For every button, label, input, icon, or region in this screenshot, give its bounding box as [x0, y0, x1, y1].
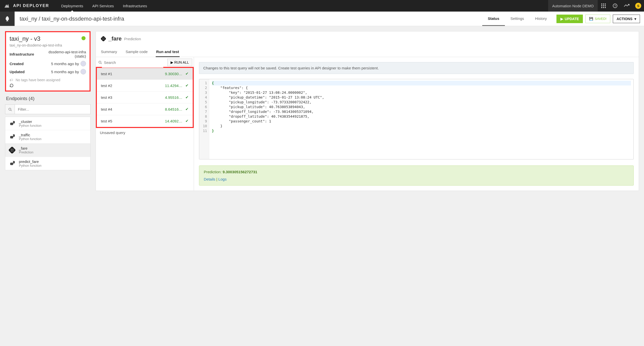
svg-rect-6 [601, 7, 602, 8]
help-icon[interactable]: ? [609, 0, 621, 12]
update-button[interactable]: ▶ UPDATE [556, 15, 583, 23]
endpoint-type: Python function [19, 137, 42, 141]
prediction-value: 9.300305156272731 [223, 170, 257, 174]
activity-icon[interactable] [621, 0, 632, 12]
svg-rect-4 [603, 5, 604, 6]
creator-avatar [80, 61, 86, 66]
test-row-3[interactable]: test #3 4.95516… ✔ [97, 92, 193, 103]
breadcrumb: taxi_ny / taxi_ny-on-dssdemo-api-test-in… [15, 12, 482, 26]
line-gutter: 1234567891011 [199, 79, 209, 159]
info-k-created: Created [10, 62, 40, 66]
sub-nav: taxi_ny / taxi_ny-on-dssdemo-api-test-in… [0, 12, 644, 26]
tag-icon: 🏷 [10, 78, 13, 82]
prediction-result: Prediction: 9.300305156272731 Details | … [199, 165, 634, 186]
svg-point-16 [13, 151, 13, 151]
test-search-input[interactable] [102, 57, 163, 68]
endpoint-item-fare[interactable]: _farePrediction [5, 144, 90, 157]
brand-title: API DEPLOYER [13, 4, 49, 8]
info-k-updated: Updated [10, 70, 40, 74]
info-v-updated: 5 months ago by [51, 70, 79, 74]
details-link[interactable]: Details [204, 177, 215, 181]
panel-tab-summary[interactable]: Summary [100, 47, 117, 57]
check-icon: ✔ [185, 83, 189, 88]
test-row-5[interactable]: test #5 14.4092… ✔ [97, 115, 193, 127]
endpoint-item-traffic[interactable]: _trafficPython function [5, 130, 90, 144]
test-value: 8.64516… [165, 107, 182, 111]
svg-point-20 [102, 39, 103, 39]
endpoint-name: _fare [19, 146, 33, 150]
svg-point-21 [104, 39, 104, 39]
svg-point-11 [9, 108, 11, 110]
rocket-icon[interactable] [0, 12, 15, 26]
svg-rect-8 [605, 7, 606, 8]
check-icon: ✔ [185, 107, 189, 111]
deployment-title: taxi_ny - v3 [10, 35, 86, 42]
node-label: Automation Node DEMO [552, 4, 594, 8]
run-all-button[interactable]: ▶ RUN ALL [167, 59, 192, 66]
endpoint-panel: _fare Prediction Summary Sample code Run… [96, 31, 639, 191]
endpoint-name: predict_fare [19, 159, 42, 164]
node-selector[interactable]: Automation Node DEMO [548, 0, 598, 12]
avatar-initial: S [635, 3, 641, 9]
test-row-2[interactable]: test #2 11.4294… ✔ [97, 80, 193, 92]
tab-settings[interactable]: Settings [505, 12, 530, 26]
test-name: test #5 [101, 119, 165, 123]
test-detail: Changes to this test query will not be s… [194, 57, 639, 191]
endpoint-panel-name: _fare [108, 35, 122, 42]
svg-rect-17 [101, 36, 106, 41]
test-name: test #2 [101, 83, 165, 88]
code-content: { "features": { "key": "2015-01-27 13:08… [209, 79, 633, 159]
search-icon [98, 61, 102, 64]
test-name: test #3 [101, 95, 165, 100]
endpoint-type: Prediction [19, 150, 33, 154]
test-value: 4.95516… [165, 95, 182, 100]
saved-label: SAVED! [595, 17, 607, 21]
logs-link[interactable]: Logs [218, 177, 227, 181]
nav-deployments[interactable]: Deployments [57, 0, 88, 12]
endpoints-heading: Endpoints (4) [5, 95, 91, 102]
svg-point-15 [11, 151, 12, 151]
deployment-info-card: taxi_ny - v3 taxi_ny-on-dssdemo-api-test… [5, 31, 91, 92]
endpoint-item-cluster[interactable]: _clusterPython function [5, 117, 90, 130]
actions-button[interactable]: ACTIONS ▾ [613, 15, 640, 23]
tab-history[interactable]: History [530, 12, 552, 26]
test-row-1[interactable]: test #1 9.30030… ✔ [97, 68, 193, 80]
test-row-4[interactable]: test #4 8.64516… ✔ [97, 103, 193, 115]
user-avatar[interactable]: S [632, 0, 644, 12]
svg-text:?: ? [614, 4, 616, 8]
python-icon [8, 133, 16, 141]
top-nav: API DEPLOYER Deployments API Services In… [0, 0, 644, 12]
svg-point-14 [13, 149, 13, 150]
svg-rect-1 [603, 4, 604, 5]
refresh-button[interactable] [10, 83, 86, 88]
svg-rect-3 [601, 5, 602, 6]
play-icon: ▶ [171, 60, 173, 64]
unsaved-query-label[interactable]: Unsaved query [96, 127, 194, 138]
prediction-icon [8, 146, 16, 154]
endpoint-filter [5, 104, 91, 114]
endpoint-filter-input[interactable] [15, 105, 90, 114]
nav-api-services[interactable]: API Services [88, 0, 118, 12]
svg-rect-12 [9, 147, 15, 153]
code-editor[interactable]: 1234567891011 { "features": { "key": "20… [199, 79, 634, 159]
panel-tab-sample-code[interactable]: Sample code [125, 47, 148, 57]
endpoint-item-predict-fare[interactable]: predict_farePython function [5, 157, 90, 170]
update-label: UPDATE [565, 17, 579, 21]
info-k-infra: Infrastructure [10, 52, 40, 56]
play-icon: ▶ [560, 17, 563, 21]
refresh-icon [10, 83, 14, 88]
search-icon [5, 105, 15, 114]
test-value: 14.4092… [165, 119, 182, 123]
deployment-subtitle: taxi_ny-on-dssdemo-api-test-infra [10, 43, 86, 47]
unsaved-notice: Changes to this test query will not be s… [199, 62, 634, 74]
endpoint-type: Python function [19, 124, 42, 127]
nav-infrastructures[interactable]: Infrastructures [118, 0, 152, 12]
panel-tab-run-and-test[interactable]: Run and test [156, 47, 180, 57]
endpoint-type: Python function [19, 164, 42, 167]
svg-point-13 [11, 149, 12, 150]
svg-point-18 [102, 38, 103, 38]
caret-down-icon: ▾ [634, 17, 636, 21]
test-list: ▶ RUN ALL test #1 9.30030… ✔ test #2 11.… [96, 57, 194, 191]
tab-status[interactable]: Status [482, 12, 505, 26]
apps-icon[interactable] [598, 0, 609, 12]
